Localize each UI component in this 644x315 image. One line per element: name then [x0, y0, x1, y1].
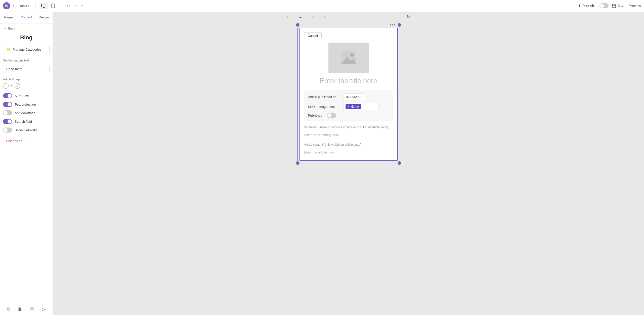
canvas-area: ⇤ ≡ ⇥ ↔ ↻ ••• Cancel — [53, 12, 644, 315]
align-stretch-icon[interactable]: ↔ — [321, 14, 329, 20]
set-buttons-text-label: Set the buttons text — [3, 59, 50, 62]
top-handle-row: ••• — [296, 23, 401, 27]
sidebar-content: ← Back Blog 📁 Manage Categories Set the … — [0, 23, 53, 303]
articles-stepper: − 5 + — [3, 83, 50, 89]
device-icons — [40, 2, 57, 9]
publish-icon: ⬆ — [578, 4, 581, 8]
toggle-text-protection: Text protection — [3, 102, 50, 107]
stepper-decrement[interactable]: − — [3, 83, 9, 89]
stepper-value: 5 — [11, 84, 13, 88]
svg-point-4 — [53, 7, 53, 8]
anti-download-toggle[interactable] — [3, 110, 12, 115]
publish-label: Publish — [582, 4, 594, 8]
articles-page-section: Articles/page − 5 + — [3, 78, 50, 89]
back-button[interactable]: ← Back — [3, 26, 50, 30]
article-title-placeholder[interactable]: Enter the title here — [304, 77, 393, 85]
undo-button[interactable]: ↩ — [65, 2, 72, 10]
widget-wrapper: ••• Cancel — [296, 23, 401, 165]
widget-frame: Cancel Enter the title here — [299, 28, 398, 161]
rotate-icon[interactable]: ↻ — [405, 13, 412, 20]
search-field-toggle[interactable] — [3, 119, 12, 124]
manage-categories-label: Manage Categories — [13, 48, 41, 51]
logo[interactable]: W — [3, 2, 10, 9]
seo-tag-home: ✕ Home — [346, 104, 361, 109]
back-label: Back — [8, 26, 15, 30]
bottom-layers-icon[interactable] — [29, 306, 34, 312]
published-toggle[interactable] — [327, 113, 336, 118]
sidebar-tabs: Pages Content Design — [0, 12, 53, 23]
article-meta-box: Article published on 02/03/2023 SEO mana… — [304, 90, 393, 121]
published-on-row: Article published on 02/03/2023 — [308, 93, 389, 100]
social-networks-toggle[interactable] — [3, 128, 12, 133]
align-center-icon[interactable]: ≡ — [297, 14, 304, 20]
bottom-duplicate-icon[interactable]: ⧉ — [7, 306, 10, 312]
sidebar: Pages Content Design ← Back Blog 📁 Manag… — [0, 12, 53, 315]
seo-tags-input[interactable]: ✕ Home — [343, 103, 378, 110]
sidebar-bottom-icons: ⧉ 🗑 ◎ — [0, 303, 53, 315]
left-border-line — [297, 28, 298, 161]
handle-bottom-right[interactable] — [398, 161, 401, 165]
handle-right[interactable] — [398, 23, 401, 27]
summary-label: Summary (visible on article list page an… — [304, 125, 393, 129]
align-left-icon[interactable]: ⇤ — [285, 13, 292, 20]
article-image-placeholder — [328, 43, 369, 73]
preview-button[interactable]: Preview — [628, 4, 641, 8]
toggle-social-networks: Social networks — [3, 128, 50, 133]
toggle-anti-download: Anti-download — [3, 110, 50, 115]
toggle-knob — [600, 4, 604, 8]
logo-caret[interactable]: ▾ — [13, 5, 14, 7]
tools-menu[interactable]: Tools ▾ — [17, 3, 31, 9]
cancel-button[interactable]: Cancel — [304, 32, 322, 39]
history-controls: ↩ ↪ ▾ — [65, 2, 85, 10]
seo-management-label: SEO management — [308, 105, 343, 109]
main-layout: Pages Content Design ← Back Blog 📁 Manag… — [0, 12, 644, 315]
image-icon — [341, 51, 356, 64]
right-border-line — [398, 28, 398, 161]
widget-options-button[interactable]: ••• — [390, 23, 396, 27]
published-status-label: Published — [308, 114, 322, 117]
tab-content[interactable]: Content — [18, 12, 35, 23]
sidebar-title: Blog — [3, 34, 50, 41]
tools-caret: ▾ — [28, 5, 29, 7]
handle-left[interactable] — [296, 23, 299, 27]
edit-design-label: Edit design → — [6, 139, 26, 143]
desktop-icon[interactable] — [40, 3, 48, 9]
summary-placeholder[interactable]: Enter the summary here — [304, 131, 393, 139]
social-networks-label: Social networks — [15, 128, 37, 132]
manage-categories-button[interactable]: 📁 Manage Categories — [3, 45, 50, 54]
article-content-section: Article content (only visible on article… — [304, 143, 393, 156]
edit-design-link[interactable]: Edit design → — [3, 136, 50, 146]
published-on-value[interactable]: 02/03/2023 — [343, 93, 365, 100]
read-more-input[interactable] — [3, 65, 50, 73]
tab-pages[interactable]: Pages — [0, 12, 18, 23]
content-label: Article content (only visible on article… — [304, 143, 393, 146]
anti-download-label: Anti-download — [15, 111, 35, 115]
article-summary-section: Summary (visible on article list page an… — [304, 125, 393, 139]
svg-rect-7 — [30, 307, 34, 307]
history-dropdown[interactable]: ▾ — [80, 3, 85, 9]
save-button[interactable]: 💾 Save — [612, 4, 625, 8]
svg-rect-0 — [42, 4, 46, 7]
bottom-visibility-icon[interactable]: ◎ — [42, 306, 46, 312]
topbar: W ▾ Tools ▾ ↩ ↪ ▾ ⬆ Publish 💾 Save Previ… — [0, 0, 644, 12]
align-right-icon[interactable]: ⇥ — [309, 13, 316, 20]
seo-tag-x[interactable]: ✕ — [348, 105, 350, 108]
text-protection-toggle[interactable] — [3, 102, 12, 107]
bottom-handle-row — [296, 161, 401, 165]
canvas-toolbar: ⇤ ≡ ⇥ ↔ ↻ — [285, 12, 412, 22]
auto-size-toggle[interactable] — [3, 93, 12, 98]
svg-point-9 — [350, 53, 354, 57]
publish-toggle[interactable] — [599, 3, 609, 8]
content-placeholder[interactable]: Enter the article here — [304, 148, 393, 156]
handle-line — [299, 25, 390, 25]
back-icon: ← — [3, 26, 6, 30]
publish-button[interactable]: ⬆ Publish — [575, 2, 596, 10]
mobile-icon[interactable] — [50, 2, 57, 9]
handle-bottom-left[interactable] — [296, 161, 299, 165]
save-label: Save — [617, 4, 625, 8]
redo-button[interactable]: ↪ — [72, 2, 79, 10]
bottom-delete-icon[interactable]: 🗑 — [17, 306, 22, 312]
tab-design[interactable]: Design — [35, 12, 53, 23]
stepper-increment[interactable]: + — [15, 83, 20, 89]
text-protection-label: Text protection — [15, 103, 36, 106]
